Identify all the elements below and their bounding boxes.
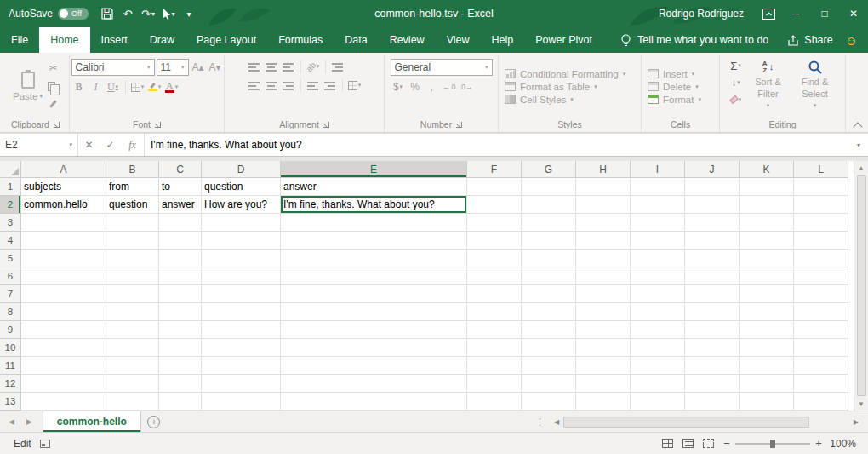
format-cells-button[interactable]: Format ▾	[648, 95, 717, 105]
cell-H6[interactable]	[576, 267, 631, 285]
increase-font-size-button[interactable]: A▴	[191, 60, 206, 75]
cell-E2[interactable]: I'm fine, thanks. What about you?	[281, 196, 467, 214]
zoom-in-button[interactable]: +	[810, 437, 827, 450]
cell-E11[interactable]	[281, 357, 467, 375]
cell-L4[interactable]	[794, 232, 848, 250]
row-header-3[interactable]: 3	[0, 214, 21, 232]
cell-B11[interactable]	[106, 357, 159, 375]
tell-me-box[interactable]: Tell me what you want to do	[612, 34, 777, 47]
cell-E13[interactable]	[281, 393, 467, 411]
cell-G13[interactable]	[522, 393, 576, 411]
cell-F2[interactable]	[467, 196, 522, 214]
cell-D12[interactable]	[202, 375, 281, 393]
cell-L3[interactable]	[794, 214, 848, 232]
column-header-I[interactable]: I	[631, 161, 685, 178]
ribbon-tab-formulas[interactable]: Formulas	[267, 27, 334, 53]
cell-H4[interactable]	[576, 232, 631, 250]
row-header-8[interactable]: 8	[0, 303, 21, 321]
cell-B8[interactable]	[106, 303, 159, 321]
cell-H10[interactable]	[576, 339, 631, 357]
cell-F10[interactable]	[467, 339, 522, 357]
cell-I6[interactable]	[631, 267, 685, 285]
cell-D13[interactable]	[202, 393, 281, 411]
cell-B2[interactable]: question	[106, 196, 159, 214]
cell-B6[interactable]	[106, 267, 159, 285]
cell-D1[interactable]: question	[202, 178, 281, 196]
zoom-slider-thumb[interactable]	[770, 440, 775, 448]
fill-button[interactable]: ↓▾	[728, 75, 744, 90]
dialog-launcher-icon[interactable]	[456, 122, 462, 128]
insert-cells-button[interactable]: Insert ▾	[648, 69, 717, 79]
column-header-G[interactable]: G	[522, 161, 576, 178]
row-header-12[interactable]: 12	[0, 375, 21, 393]
cell-G4[interactable]	[522, 232, 576, 250]
cell-J13[interactable]	[685, 393, 740, 411]
customize-quick-access-toolbar-button[interactable]: ▾	[180, 3, 197, 24]
ribbon-tab-view[interactable]: View	[436, 27, 481, 53]
orientation-button[interactable]: ab▾	[306, 59, 321, 74]
horizontal-scrollbar-thumb[interactable]	[563, 417, 809, 428]
cell-H11[interactable]	[576, 357, 631, 375]
cell-I11[interactable]	[631, 357, 685, 375]
cell-J2[interactable]	[685, 196, 740, 214]
align-center-button[interactable]	[264, 78, 279, 93]
cell-L11[interactable]	[794, 357, 848, 375]
scroll-right-arrow[interactable]: ▶	[849, 418, 863, 426]
font-color-button[interactable]: A▾	[164, 79, 180, 95]
previous-sheet-arrow[interactable]: ◀	[9, 417, 14, 426]
cell-C13[interactable]	[159, 393, 202, 411]
borders-button[interactable]: ▾	[130, 79, 146, 95]
clear-button[interactable]: ▾	[728, 92, 744, 107]
horizontal-scrollbar[interactable]: ◀ ▶	[550, 411, 863, 432]
column-header-J[interactable]: J	[685, 161, 740, 178]
scroll-down-arrow[interactable]: ▼	[854, 397, 868, 411]
autosave-toggle[interactable]: Off	[58, 8, 89, 20]
cell-C9[interactable]	[159, 321, 202, 339]
cell-C3[interactable]	[159, 214, 202, 232]
merge-center-button[interactable]: ▾	[347, 78, 363, 93]
zoom-level[interactable]: 100%	[827, 438, 868, 450]
comma-style-button[interactable]: ,	[425, 79, 440, 95]
cell-B4[interactable]	[106, 232, 159, 250]
cell-A4[interactable]	[21, 232, 106, 250]
undo-button[interactable]: ↶	[119, 3, 136, 24]
cell-I9[interactable]	[631, 321, 685, 339]
cell-G10[interactable]	[522, 339, 576, 357]
cell-L10[interactable]	[794, 339, 848, 357]
column-header-K[interactable]: K	[740, 161, 794, 178]
dialog-launcher-icon[interactable]	[155, 122, 161, 128]
cell-B13[interactable]	[106, 393, 159, 411]
cell-D6[interactable]	[202, 267, 281, 285]
collapse-ribbon-button[interactable]	[854, 121, 861, 128]
accounting-format-button[interactable]: $▾	[391, 79, 406, 95]
column-header-H[interactable]: H	[576, 161, 631, 178]
horizontal-scrollbar-track[interactable]	[563, 416, 849, 428]
touch-mouse-mode-button[interactable]: ▾	[160, 3, 177, 24]
insert-function-button[interactable]: fx	[121, 134, 145, 156]
cell-H1[interactable]	[576, 178, 631, 196]
ribbon-tab-home[interactable]: Home	[39, 27, 89, 53]
cell-D9[interactable]	[202, 321, 281, 339]
cell-K13[interactable]	[740, 393, 794, 411]
cell-L1[interactable]	[794, 178, 848, 196]
cell-J3[interactable]	[685, 214, 740, 232]
cell-A2[interactable]: common.hello	[21, 196, 106, 214]
share-button[interactable]: Share	[777, 34, 842, 46]
bold-button[interactable]: B	[71, 79, 87, 95]
increase-indent-button[interactable]	[323, 78, 338, 93]
ribbon-tab-power-pivot[interactable]: Power Pivot	[524, 27, 603, 53]
column-header-E[interactable]: E	[281, 161, 467, 178]
cell-A12[interactable]	[21, 375, 106, 393]
cell-K1[interactable]	[740, 178, 794, 196]
cell-K7[interactable]	[740, 285, 794, 303]
font-size-select[interactable]: 11 ▾	[157, 59, 189, 76]
cell-J1[interactable]	[685, 178, 740, 196]
cell-J11[interactable]	[685, 357, 740, 375]
cell-I8[interactable]	[631, 303, 685, 321]
align-right-button[interactable]	[281, 78, 296, 93]
cell-F1[interactable]	[467, 178, 522, 196]
cell-I4[interactable]	[631, 232, 685, 250]
cell-E4[interactable]	[281, 232, 467, 250]
cell-L8[interactable]	[794, 303, 848, 321]
cell-J10[interactable]	[685, 339, 740, 357]
